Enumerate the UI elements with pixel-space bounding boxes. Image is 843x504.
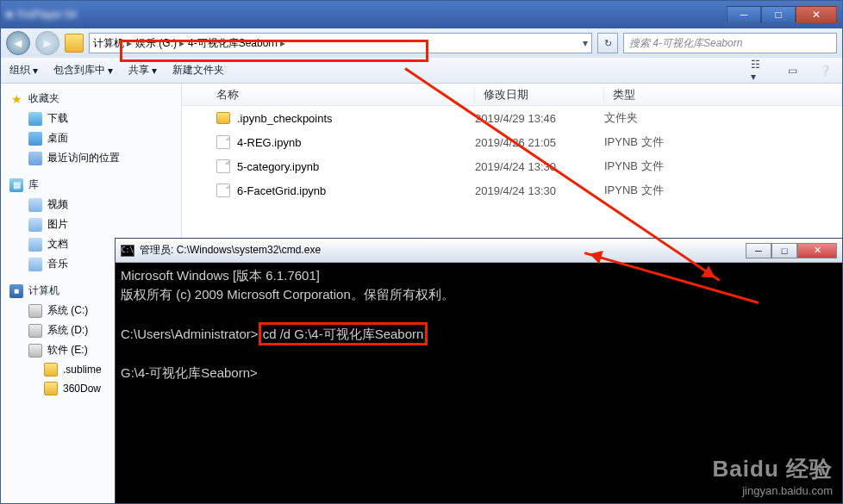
address-bar[interactable]: 计算机▸ 娱乐 (G:)▸ 4-可视化库Seaborn▸ ▾ [89, 33, 592, 53]
file-row[interactable]: .ipynb_checkpoints2019/4/29 13:46文件夹 [182, 106, 842, 130]
chevron-down-icon: ▾ [33, 65, 38, 77]
file-name: 4-REG.ipynb [237, 136, 301, 149]
preview-icon[interactable]: ▭ [784, 63, 801, 78]
breadcrumb-item: 4-可视化库Seaborn▸ [188, 36, 285, 51]
file-icon [216, 159, 230, 173]
cmd-title-text: 管理员: C:\Windows\system32\cmd.exe [140, 243, 740, 258]
computer-icon: ■ [9, 284, 23, 298]
chevron-down-icon: ▾ [108, 65, 113, 77]
cmd-prompt: G:\4-可视化库Seaborn> [121, 365, 258, 380]
cmd-close-button[interactable]: ✕ [797, 243, 837, 258]
sidebar-item-desktop[interactable]: 桌面 [1, 128, 181, 148]
close-button[interactable]: ✕ [796, 6, 837, 23]
document-icon [28, 238, 42, 252]
cmd-body[interactable]: Microsoft Windows [版本 6.1.7601] 版权所有 (c)… [116, 263, 842, 503]
cmd-line: 版权所有 (c) 2009 Microsoft Corporation。保留所有… [121, 287, 454, 302]
video-icon [28, 198, 42, 212]
sidebar-libraries[interactable]: ▦库 [1, 175, 181, 195]
col-date[interactable]: 修改日期 [475, 87, 604, 103]
file-date: 2019/4/26 21:05 [475, 136, 604, 149]
breadcrumb-item: 计算机▸ [93, 36, 132, 51]
picture-icon [28, 218, 42, 232]
cmd-maximize-button[interactable]: □ [771, 243, 797, 258]
folder-icon [65, 34, 84, 53]
recent-icon [28, 152, 42, 165]
cmd-command-highlight: cd /d G:\4-可视化库Seaborn [259, 322, 428, 345]
file-name: 5-category.ipynb [237, 160, 319, 173]
folder-icon [216, 112, 230, 124]
cmd-minimize-button[interactable]: ─ [746, 243, 771, 258]
column-headers[interactable]: 名称 修改日期 类型 [182, 84, 842, 106]
cmd-line: Microsoft Windows [版本 6.1.7601] [121, 268, 320, 283]
sidebar-item-downloads[interactable]: 下载 [1, 109, 181, 128]
col-name[interactable]: 名称 [182, 87, 475, 103]
disk-icon [28, 344, 42, 358]
explorer-titlebar[interactable]: ■PotPlayer 64 ─ □ ✕ [1, 1, 842, 28]
file-row[interactable]: 5-category.ipynb2019/4/24 13:30IPYNB 文件 [182, 154, 842, 178]
new-folder-button[interactable]: 新建文件夹 [172, 63, 224, 78]
file-type: IPYNB 文件 [604, 159, 842, 174]
share-button[interactable]: 共享 ▾ [128, 63, 157, 78]
sidebar-item-videos[interactable]: 视频 [1, 195, 181, 215]
folder-icon [44, 382, 58, 395]
file-type: 文件夹 [604, 110, 842, 126]
back-button[interactable]: ◄ [6, 31, 30, 55]
cmd-icon: C:\ [121, 245, 134, 257]
cmd-titlebar[interactable]: C:\ 管理员: C:\Windows\system32\cmd.exe ─ □… [116, 239, 842, 263]
file-date: 2019/4/24 13:30 [475, 160, 604, 173]
file-name: .ipynb_checkpoints [237, 112, 333, 125]
view-icon[interactable]: ☷ ▾ [751, 63, 768, 78]
folder-icon [44, 363, 58, 376]
forward-button[interactable]: ► [35, 31, 59, 55]
desktop-icon [28, 132, 42, 146]
download-icon [28, 112, 42, 126]
file-name: 6-FacetGrid.ipynb [237, 184, 326, 197]
cmd-window: C:\ 管理员: C:\Windows\system32\cmd.exe ─ □… [115, 238, 843, 504]
file-type: IPYNB 文件 [604, 134, 842, 150]
sidebar-item-pictures[interactable]: 图片 [1, 215, 181, 234]
help-icon[interactable]: ❔ [816, 63, 834, 78]
file-row[interactable]: 6-FacetGrid.ipynb2019/4/24 13:30IPYNB 文件 [182, 178, 842, 202]
address-row: ◄ ► 计算机▸ 娱乐 (G:)▸ 4-可视化库Seaborn▸ ▾ ↻ 搜索 … [1, 28, 842, 58]
disk-icon [28, 324, 42, 338]
library-icon: ▦ [9, 178, 23, 192]
file-icon [216, 184, 230, 197]
organize-button[interactable]: 组织 ▾ [9, 63, 38, 78]
sidebar-item-recent[interactable]: 最近访问的位置 [1, 148, 181, 168]
file-type: IPYNB 文件 [604, 183, 842, 198]
maximize-button[interactable]: □ [761, 6, 796, 23]
refresh-button[interactable]: ↻ [597, 33, 618, 53]
include-library-button[interactable]: 包含到库中 ▾ [53, 63, 113, 78]
search-input[interactable]: 搜索 4-可视化库Seaborn [623, 33, 837, 53]
breadcrumb-item: 娱乐 (G:)▸ [135, 36, 184, 51]
minimize-button[interactable]: ─ [727, 6, 761, 23]
file-date: 2019/4/29 13:46 [475, 112, 604, 125]
disk-icon [28, 304, 42, 318]
cmd-prompt: C:\Users\Administrator> [121, 327, 259, 341]
file-icon [216, 135, 230, 149]
dropdown-icon[interactable]: ▾ [583, 37, 588, 49]
music-icon [28, 258, 42, 271]
sidebar-favorites[interactable]: ★收藏夹 [1, 89, 181, 109]
star-icon: ★ [9, 92, 23, 106]
chevron-down-icon: ▾ [152, 65, 157, 77]
col-type[interactable]: 类型 [604, 87, 842, 103]
